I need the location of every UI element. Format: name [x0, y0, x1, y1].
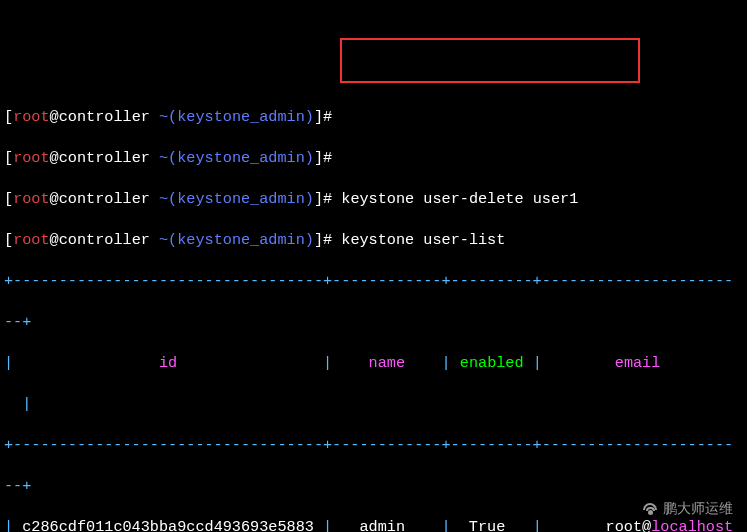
- table-border: +----------------------------------+----…: [4, 271, 743, 292]
- col-email: email: [615, 354, 661, 372]
- table-border: +----------------------------------+----…: [4, 435, 743, 456]
- table-border: --+: [4, 476, 743, 497]
- command-line-list: [root@controller ~(keystone_admin)]# key…: [4, 230, 743, 251]
- command-text: keystone user-list: [341, 231, 505, 249]
- highlight-annotation: [340, 38, 640, 83]
- watermark-text: 鹏大师运维: [663, 499, 733, 518]
- wechat-icon: [643, 503, 657, 515]
- table-header-row: | id | name | enabled | email: [4, 353, 743, 374]
- table-row: | c286cdf011c043bba9ccd493693e5883 | adm…: [4, 517, 743, 532]
- table-border: |: [4, 394, 743, 415]
- col-id: id: [159, 354, 177, 372]
- command-text: keystone user-delete user1: [341, 190, 578, 208]
- watermark: 鹏大师运维: [643, 499, 733, 518]
- prompt-line-empty: [root@controller ~(keystone_admin)]#: [4, 148, 743, 169]
- col-enabled: enabled: [460, 354, 524, 372]
- table-border: --+: [4, 312, 743, 333]
- col-name: name: [369, 354, 405, 372]
- terminal[interactable]: [root@controller ~(keystone_admin)]# [ro…: [4, 86, 743, 532]
- table-body: | c286cdf011c043bba9ccd493693e5883 | adm…: [4, 517, 743, 532]
- prompt-line-empty: [root@controller ~(keystone_admin)]#: [4, 107, 743, 128]
- command-line-delete: [root@controller ~(keystone_admin)]# key…: [4, 189, 743, 210]
